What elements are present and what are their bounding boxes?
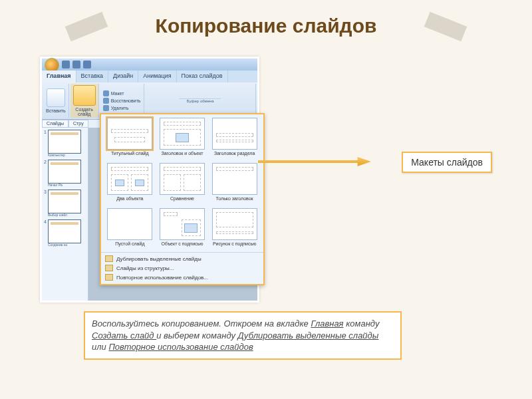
gallery-footer: Дублировать выделенные слайды Слайды из …: [101, 252, 263, 284]
slide-thumb-4[interactable]: 4 Создание но: [44, 219, 86, 247]
instruction-box: Воспользуйтесь копированием. Откроем на …: [84, 311, 402, 360]
callout-slide-layouts: Макеты слайдов: [402, 152, 492, 173]
paste-label: Вставить: [46, 108, 66, 113]
instr-underline: Дублировать выделенные слайды: [238, 331, 379, 340]
layout-icon: [103, 90, 109, 96]
layout-title-slide[interactable]: Титульный слайд: [105, 118, 155, 160]
layout-label: Заголовок и объект: [161, 151, 203, 160]
slide-thumb-2[interactable]: 2 Начал Ра: [44, 160, 86, 187]
outline-label: Слайды из структуры...: [116, 265, 174, 271]
reuse-icon: [105, 274, 113, 281]
thumb-num: 2: [44, 160, 47, 187]
tab-design[interactable]: Дизайн: [108, 70, 138, 82]
thumb-num: 1: [44, 130, 47, 157]
thumb-label: Начал Ра: [48, 184, 81, 187]
tab-slideshow[interactable]: Показ слайдов: [177, 70, 228, 82]
layout-label: Объект с подписью: [162, 241, 203, 251]
panel-tab-outline[interactable]: Стру: [68, 120, 88, 128]
layout-picture-caption[interactable]: Рисунок с подписью: [209, 208, 259, 251]
arrow-icon: [258, 157, 371, 166]
layout-label: Заголовок раздела: [214, 151, 255, 160]
duplicate-icon: [105, 255, 113, 262]
panel-tab-slides[interactable]: Слайды: [42, 120, 68, 128]
reset-label: Восстановить: [111, 98, 141, 103]
delete-label: Удалить: [111, 106, 129, 110]
thumb-num: 3: [44, 190, 47, 217]
layout-blank[interactable]: Пустой слайд: [105, 208, 155, 251]
slides-from-outline-command[interactable]: Слайды из структуры...: [104, 264, 261, 272]
thumb-label: Компьютер: [48, 154, 81, 157]
clipboard-label: Буфер обмена: [180, 98, 221, 103]
layout-gallery: Титульный слайд Заголовок и объект Загол…: [100, 113, 265, 285]
new-slide-button[interactable]: [73, 85, 96, 106]
reuse-slides-command[interactable]: Повторное использование слайдов...: [104, 273, 261, 281]
quick-access-toolbar: [42, 59, 257, 70]
instr-underline: Главная: [311, 319, 343, 329]
instr-text: и выберем команду: [156, 331, 237, 340]
instr-text: Воспользуйтесь копированием. Откроем на …: [92, 319, 311, 329]
layout-label: Рисунок с подписью: [213, 241, 257, 251]
layout-label: Только заголовок: [216, 196, 253, 205]
delete-icon: [103, 105, 109, 111]
duplicate-slides-command[interactable]: Дублировать выделенные слайды: [104, 255, 261, 263]
layout-section-header[interactable]: Заголовок раздела: [209, 118, 259, 160]
layout-command[interactable]: Макет: [103, 90, 141, 96]
instr-underline: Повторное использование слайдов: [108, 342, 253, 352]
thumb-label: Выбор шабл: [48, 213, 81, 217]
paste-button[interactable]: [47, 88, 65, 107]
layout-title-content[interactable]: Заголовок и объект: [158, 118, 207, 160]
outline-icon: [105, 265, 113, 271]
reset-command[interactable]: Восстановить: [103, 98, 141, 104]
layout-comparison[interactable]: Сравнение: [158, 163, 207, 205]
reuse-label: Повторное использование слайдов...: [116, 275, 208, 281]
layout-label: Макет: [111, 91, 124, 96]
tab-insert[interactable]: Вставка: [76, 70, 108, 82]
redo-icon[interactable]: [83, 61, 91, 68]
thumbnail-pane: 1 Компьютер 2 Начал Ра 3 Выбор шабл 4 Со…: [42, 128, 88, 301]
layouts-grid: Титульный слайд Заголовок и объект Загол…: [101, 114, 263, 252]
duplicate-label: Дублировать выделенные слайды: [116, 256, 201, 262]
save-icon[interactable]: [62, 61, 70, 68]
tab-animation[interactable]: Анимация: [138, 70, 176, 82]
slide-thumb-3[interactable]: 3 Выбор шабл: [44, 190, 86, 217]
thumb-label: Создание но: [48, 243, 81, 247]
ribbon-tabs: Главная Вставка Дизайн Анимация Показ сл…: [42, 70, 257, 82]
instr-underline: Создать слайд: [92, 331, 156, 340]
reset-icon: [103, 98, 109, 104]
layout-two-content[interactable]: Два объекта: [105, 163, 155, 205]
layout-label: Титульный слайд: [111, 151, 148, 160]
slide-thumb-1[interactable]: 1 Компьютер: [44, 130, 86, 157]
slides-group: Создать слайд: [70, 84, 99, 118]
layout-content-caption[interactable]: Объект с подписью: [158, 208, 207, 251]
tab-home[interactable]: Главная: [42, 70, 76, 82]
layout-label: Пустой слайд: [115, 241, 144, 251]
undo-icon[interactable]: [72, 61, 80, 68]
instr-text: команду: [344, 319, 380, 329]
new-slide-label: Создать слайд: [75, 107, 93, 116]
layout-label: Два объекта: [116, 196, 143, 205]
clipboard-group: Вставить: [43, 84, 69, 118]
layout-title-only[interactable]: Только заголовок: [209, 163, 259, 205]
delete-command[interactable]: Удалить: [103, 105, 141, 111]
layout-label: Сравнение: [170, 196, 194, 205]
instr-text: или: [92, 342, 108, 352]
thumb-num: 4: [44, 219, 47, 247]
